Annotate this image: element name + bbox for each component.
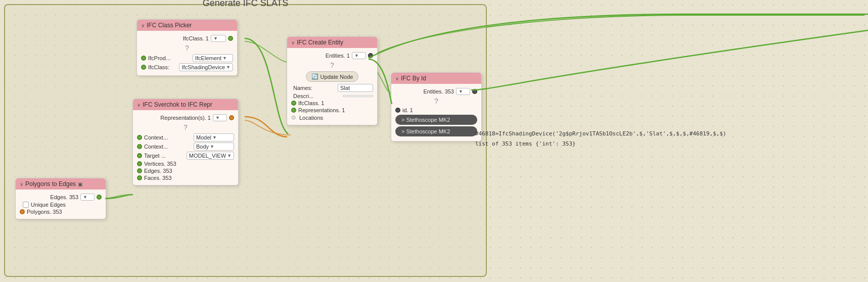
repr-output-label: Representation(s). 1	[137, 115, 213, 121]
ifc-expression: #46818=IfcShadingDevice('2g$pRrjov1TASb1…	[475, 130, 726, 137]
polygons-label: Polygons. 353	[25, 209, 102, 215]
context-model-dropdown[interactable]: Model ▼	[194, 133, 234, 142]
locations-row: ⊙ Locations	[291, 114, 373, 121]
context-body-dropdown[interactable]: Body ▼	[194, 143, 234, 151]
dropdown-arrow-2: ▼	[222, 56, 227, 61]
target-label: Target ...	[142, 153, 187, 159]
ifc-class-value: IfcShadingDevice	[181, 64, 225, 70]
dropdown-arrow-9: ▼	[354, 53, 359, 58]
dropdown-arrow-3: ▼	[226, 65, 231, 70]
polygons-to-edges-title: Polygons to Edges	[25, 180, 76, 187]
context-model-socket	[137, 135, 142, 140]
entities-353-label: Entities. 353	[395, 88, 456, 95]
dropdown-arrow-6: ▼	[210, 144, 214, 149]
group-title: Generate IFC SLATS	[203, 0, 289, 9]
unique-edges-row: Unique Edges	[23, 202, 102, 208]
edges-output-dropdown[interactable]: ▼	[80, 194, 95, 201]
help-icon-entity[interactable]: ?	[291, 61, 373, 69]
help-icon-sverchok[interactable]: ?	[137, 123, 234, 131]
dropdown-arrow-10: ▼	[459, 89, 463, 94]
faces-label: Faces. 353	[142, 175, 234, 181]
repr-output-row: Representation(s). 1 ▼	[137, 114, 234, 121]
sverchok-edges-row: Edges. 353	[137, 168, 234, 174]
update-node-label: Update Node	[321, 74, 353, 80]
collapse-icon-poly[interactable]: ∨	[20, 181, 23, 187]
dropdown-arrow-7: ▼	[227, 153, 232, 158]
ifc-sverchok-header: ∨ IFC Sverchok to IFC Repr	[133, 99, 238, 110]
collapse-icon-sverchok[interactable]: ∨	[137, 102, 141, 108]
ifc-class-socket	[141, 65, 146, 70]
stethoscope-1-label: > Stethoscope MK2	[401, 117, 450, 123]
ifcclass-output-dropdown[interactable]: ▼	[211, 35, 226, 42]
ifcclass-input-row: IfcClass. 1	[291, 100, 373, 106]
collapse-icon-entity[interactable]: ∨	[291, 40, 295, 45]
node-polygons-to-edges: ∨ Polygons to Edges ▣ Edges. 353 ▼ Uniqu…	[15, 178, 106, 219]
context-model-row: Context... Model ▼	[137, 133, 234, 142]
ifc-by-id-body: Entities. 353 ▼ ? id. 1 > Stethoscope MK…	[391, 84, 481, 141]
entities-353-dropdown[interactable]: ▼	[456, 88, 470, 95]
polygons-to-edges-header: ∨ Polygons to Edges ▣	[16, 178, 106, 190]
ifcclass-output-socket	[228, 36, 233, 41]
descri-input[interactable]	[343, 95, 373, 97]
polygons-socket	[20, 209, 25, 214]
names-input[interactable]: Slat	[338, 84, 373, 92]
stethoscope-btn-2[interactable]: > Stethoscope MK2	[395, 126, 477, 136]
collapse-icon-class-picker[interactable]: ∨	[141, 23, 145, 28]
id-label: id. 1	[400, 107, 477, 113]
repr-output-socket	[229, 115, 234, 120]
ifc-create-entity-header: ∨ IFC Create Entity	[287, 37, 377, 48]
unique-edges-label: Unique Edges	[29, 202, 102, 208]
update-node-button[interactable]: 🔄 Update Node	[306, 71, 359, 82]
dropdown-arrow-1: ▼	[213, 36, 218, 41]
entities-353-row: Entities. 353 ▼	[395, 88, 477, 95]
id-socket	[395, 108, 400, 113]
polygons-to-edges-body: Edges. 353 ▼ Unique Edges Polygons. 353	[16, 190, 106, 219]
ifcclass-output-label: IfcClass. 1	[141, 35, 211, 41]
ifc-create-entity-body: Entities. 1 ▼ ? 🔄 Update Node Names: Sla…	[287, 48, 377, 125]
ifcclass-input-label: IfcClass. 1	[296, 100, 373, 106]
ifc-sverchok-body: Representation(s). 1 ▼ ? Context... Mode…	[133, 110, 238, 185]
context-model-value: Model	[196, 134, 211, 140]
ifc-prod-value: IfcElement	[195, 55, 221, 61]
representations-input-socket	[291, 108, 296, 113]
vertices-row: Vertices. 353	[137, 161, 234, 167]
entities-output-dropdown[interactable]: ▼	[352, 52, 366, 59]
dropdown-arrow-4: ▼	[215, 115, 220, 120]
edges-output-row: Edges. 353 ▼	[20, 194, 102, 201]
canvas: Generate IFC SLATS ∨ IFC Class Picker If…	[0, 0, 868, 282]
node-ifc-by-id: ∨ IFC By Id Entities. 353 ▼ ? id. 1 > St…	[391, 72, 482, 142]
target-dropdown[interactable]: MODEL_VIEW ▼	[187, 152, 234, 160]
ifc-class-label: IfcClass:	[146, 64, 179, 70]
help-icon-byid[interactable]: ?	[395, 97, 477, 105]
target-value: MODEL_VIEW	[189, 153, 226, 159]
target-socket	[137, 153, 142, 158]
edges-output-socket	[97, 195, 102, 200]
ifc-prod-dropdown[interactable]: IfcElement ▼	[193, 54, 233, 62]
edges-output-label: Edges. 353	[20, 194, 80, 200]
representations-input-label: Representations. 1	[296, 107, 373, 113]
representations-input-row: Representations. 1	[291, 107, 373, 113]
repr-output-dropdown[interactable]: ▼	[213, 114, 227, 121]
context-body-socket	[137, 144, 142, 149]
names-value: Slat	[340, 85, 350, 91]
poly-icon: ▣	[78, 181, 82, 187]
ifc-prod-row: IfcProd... IfcElement ▼	[141, 54, 233, 62]
faces-row: Faces. 353	[137, 175, 234, 181]
unique-edges-checkbox[interactable]	[23, 202, 29, 208]
sverchok-edges-socket	[137, 168, 142, 173]
ifc-class-picker-header: ∨ IFC Class Picker	[137, 20, 237, 31]
ifc-class-dropdown[interactable]: IfcShadingDevice ▼	[179, 63, 233, 71]
vertices-label: Vertices. 353	[142, 161, 234, 167]
context-body-value: Body	[196, 144, 209, 150]
names-label: Names:	[291, 85, 338, 91]
node-ifc-class-picker: ∨ IFC Class Picker IfcClass. 1 ▼ ? IfcPr…	[136, 19, 238, 76]
context-body-label: Context...	[142, 144, 194, 150]
stethoscope-btn-1[interactable]: > Stethoscope MK2	[395, 115, 477, 125]
collapse-icon-byid[interactable]: ∨	[395, 76, 399, 81]
locations-label: Locations	[297, 115, 373, 121]
sverchok-edges-label: Edges. 353	[142, 168, 234, 174]
help-icon-class-picker[interactable]: ?	[141, 44, 233, 52]
ifc-by-id-title: IFC By Id	[401, 75, 426, 82]
names-row: Names: Slat	[291, 84, 373, 92]
context-body-row: Context... Body ▼	[137, 143, 234, 151]
